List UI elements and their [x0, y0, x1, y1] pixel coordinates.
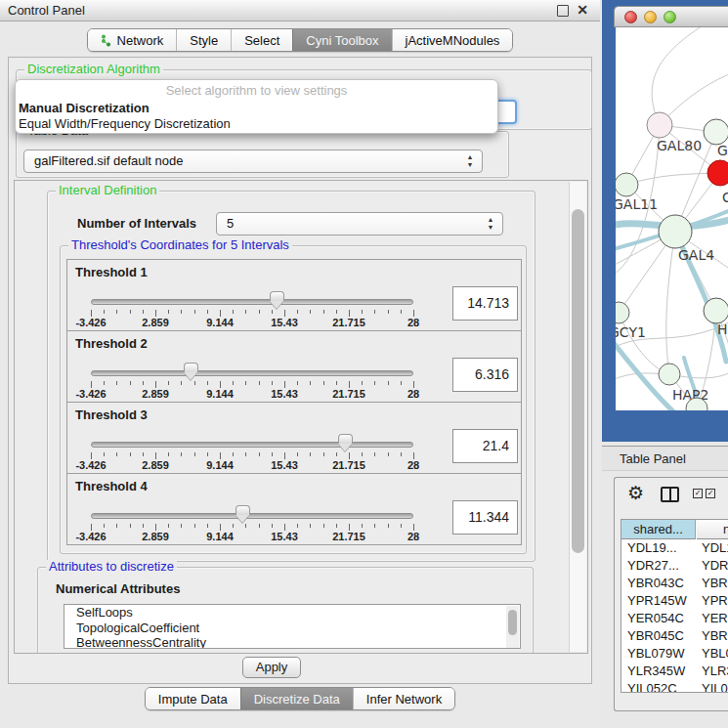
slider-tick: [349, 310, 350, 317]
network-canvas[interactable]: GAL80GACGAL11GAL4GCY1HHAP2: [616, 27, 728, 410]
slider-tick: [168, 381, 169, 385]
tab-impute-data[interactable]: Impute Data: [146, 688, 240, 709]
network-node[interactable]: [659, 364, 680, 385]
slider-tick-label: 9.144: [206, 388, 234, 400]
minimize-traffic-icon[interactable]: [644, 11, 657, 23]
slider-tick: [181, 381, 182, 385]
network-window-titlebar[interactable]: [614, 6, 728, 27]
slider-tick: [130, 310, 131, 314]
slider-tick: [401, 524, 402, 528]
slider-tick: [233, 452, 234, 456]
stepper-arrows-icon: ▲▼: [486, 216, 495, 234]
network-graph: GAL80GACGAL11GAL4GCY1HHAP2: [616, 27, 728, 410]
close-traffic-icon[interactable]: [624, 11, 637, 23]
slider-tick-label: -3.426: [75, 388, 106, 400]
close-icon[interactable]: ✕: [577, 5, 588, 17]
threshold-slider-track[interactable]: [91, 370, 413, 376]
table-row[interactable]: YBL079WYBL0: [621, 645, 728, 663]
network-node[interactable]: [616, 302, 629, 323]
slider-tick: [245, 381, 246, 385]
algorithm-option-manual[interactable]: Manual Discretization: [19, 101, 150, 115]
tab-select[interactable]: Select: [231, 29, 292, 51]
cell-name: YDL1: [702, 539, 728, 557]
threshold-value-field[interactable]: 6.316: [452, 358, 518, 392]
network-node-label: GAL11: [616, 196, 658, 212]
slider-tick-label: 21.715: [332, 531, 365, 542]
checkbox-icon[interactable]: ✓: [693, 489, 703, 498]
node-attribute-table[interactable]: shared... n YDL19...YDL1YDR27...YDR2YBR0…: [621, 519, 728, 693]
threshold-slider-thumb[interactable]: [270, 291, 284, 309]
network-node[interactable]: [647, 112, 672, 138]
number-of-intervals-combobox[interactable]: 5 ▲▼: [216, 212, 503, 236]
slider-tick: [323, 524, 324, 528]
table-row[interactable]: YDR27...YDR2: [621, 557, 728, 575]
column-header-shared-name[interactable]: shared...: [621, 520, 696, 539]
slider-tick: [374, 452, 375, 456]
cell-shared-name: YDR27...: [627, 557, 679, 575]
table-data-group: Table Data galFiltered.sif default node …: [16, 131, 509, 178]
gear-icon[interactable]: ⚙: [627, 482, 644, 503]
network-node[interactable]: [704, 119, 728, 145]
slider-tick: [362, 452, 363, 456]
slider-tick-label: 28: [407, 317, 419, 328]
tab-discretize-data[interactable]: Discretize Data: [240, 688, 353, 709]
threshold-value-field[interactable]: 14.713: [452, 286, 518, 321]
column-header-name[interactable]: n: [697, 520, 728, 539]
table-data-selected-value: galFiltered.sif default node: [34, 153, 183, 168]
settings-vscrollbar-track[interactable]: [569, 182, 586, 652]
float-window-icon[interactable]: [557, 5, 569, 17]
slider-tick: [336, 310, 337, 314]
network-node[interactable]: [659, 215, 692, 248]
slider-tick-label: 2.859: [142, 388, 169, 400]
threshold-slider-track[interactable]: [91, 299, 413, 305]
attribute-list-item[interactable]: BetweennessCentrality: [64, 635, 520, 649]
attribute-list-item[interactable]: SelfLoops: [64, 605, 520, 621]
attributes-vscrollbar-track[interactable]: [506, 606, 519, 648]
zoom-traffic-icon[interactable]: [664, 11, 676, 23]
slider-tick: [181, 524, 182, 528]
threshold-slider-thumb[interactable]: [338, 434, 353, 451]
cell-shared-name: YBR045C: [627, 627, 684, 645]
table-row[interactable]: YLR345WYLR3: [621, 663, 728, 680]
table-row[interactable]: YDL19...YDL1: [621, 539, 728, 557]
slider-tick: [323, 381, 324, 385]
table-row[interactable]: YER054CYER0: [621, 610, 728, 627]
tab-cyni-toolbox[interactable]: Cyni Toolbox: [292, 29, 391, 51]
threshold-slider-thumb[interactable]: [184, 363, 198, 380]
slider-tick: [310, 310, 311, 314]
apply-button[interactable]: Apply: [242, 657, 301, 678]
numerical-attributes-list[interactable]: SelfLoopsTopologicalCoefficientBetweenne…: [64, 604, 521, 649]
slider-tick-label: 15.43: [271, 531, 298, 542]
network-node[interactable]: [616, 173, 638, 196]
threshold-slider-track[interactable]: [91, 513, 413, 519]
algorithm-hint-text: Select algorithm to view settings: [16, 83, 497, 98]
cell-name: YER0: [702, 610, 728, 627]
network-node[interactable]: [704, 298, 728, 323]
table-data-combobox[interactable]: galFiltered.sif default node ▲▼: [23, 150, 483, 173]
threshold-value-field[interactable]: 11.344: [452, 500, 518, 535]
threshold-slider-thumb[interactable]: [236, 505, 250, 523]
table-row[interactable]: YPR145WYPR1: [621, 592, 728, 610]
attributes-vscrollbar-thumb[interactable]: [508, 610, 517, 635]
table-row[interactable]: YBR045CYBR0: [621, 627, 728, 645]
settings-vscrollbar-thumb[interactable]: [572, 209, 584, 553]
tab-jactivemnodules[interactable]: jActiveMNodules: [392, 29, 513, 51]
tab-infer-network[interactable]: Infer Network: [353, 688, 454, 709]
threshold-slider-track[interactable]: [91, 442, 413, 448]
checkbox-icon[interactable]: ✓: [706, 489, 715, 498]
algorithm-option-equal-width[interactable]: Equal Width/Frequency Discretization: [19, 116, 231, 131]
tab-style[interactable]: Style: [176, 29, 231, 51]
slider-tick: [245, 452, 246, 456]
network-node[interactable]: [707, 160, 728, 186]
threshold-label: Threshold 3: [75, 407, 148, 422]
slider-tick: [272, 452, 273, 456]
attribute-list-item[interactable]: TopologicalCoefficient: [64, 621, 520, 636]
table-row[interactable]: YBR043CYBR0: [621, 575, 728, 592]
threshold-panels-container: Threshold 1-3.4262.8599.14415.4321.71528…: [66, 260, 522, 545]
slider-tick: [388, 381, 389, 385]
table-row[interactable]: YIL052CYIL0: [621, 680, 728, 693]
threshold-value-field[interactable]: 21.4: [452, 429, 518, 463]
split-columns-icon[interactable]: [661, 487, 679, 502]
tab-network[interactable]: Network: [88, 29, 177, 51]
slider-tick: [143, 452, 144, 456]
